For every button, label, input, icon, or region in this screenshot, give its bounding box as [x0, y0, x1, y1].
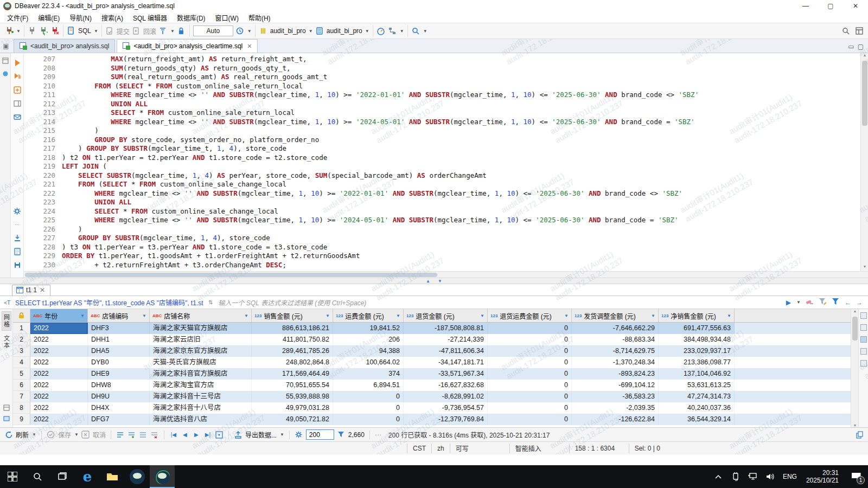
row-number[interactable]: 5 — [13, 368, 30, 380]
table-cell[interactable]: 海澜之家抖音官方旗舰店 — [150, 368, 252, 380]
column-header[interactable]: 123运费金额 (元)▼ — [333, 309, 404, 322]
code-line[interactable]: SELECT SUBSTR(mgclear_time, 1, 4) AS per… — [62, 171, 860, 181]
results-tab-close-icon[interactable]: ✕ — [40, 286, 45, 294]
table-cell[interactable]: -7,646,662.29 — [572, 323, 659, 334]
table-cell[interactable]: 天猫-英氏官方旗舰店 — [150, 357, 252, 368]
aggregate-panel-icon[interactable] — [860, 360, 867, 367]
perspective-icon[interactable] — [854, 27, 864, 36]
grid-corner-cell[interactable] — [13, 309, 30, 322]
table-cell[interactable]: 2022 — [30, 357, 88, 368]
task-view-icon[interactable] — [50, 465, 75, 488]
column-header[interactable]: 123销售金额 (元)▼ — [252, 309, 333, 322]
text-view-tab[interactable]: 文本 — [2, 333, 11, 351]
code-line[interactable]: SUM(return_goods_qty) AS return_goods_qt… — [62, 64, 860, 73]
cancel-label[interactable]: 取消 — [93, 430, 106, 439]
column-filter-arrow-icon[interactable]: ▼ — [244, 313, 248, 318]
table-cell[interactable]: 213,386,098.77 — [659, 357, 735, 368]
table-cell[interactable]: 49,979,031.28 — [252, 402, 333, 414]
menu-help[interactable]: 帮助(H) — [244, 12, 276, 23]
row-number[interactable]: 1 — [13, 323, 30, 334]
code-line[interactable]: SUM(real_return_goods_amt) AS real_retur… — [62, 73, 860, 82]
editor-horizontal-scrollbar[interactable] — [24, 271, 868, 278]
table-cell[interactable]: 0 — [488, 345, 572, 357]
commit-label[interactable]: 提交 — [117, 27, 130, 36]
taskbar-clock[interactable]: 20:31 2025/10/21 — [801, 469, 844, 484]
delete-row-icon[interactable] — [150, 431, 159, 439]
copy-panel-icon[interactable] — [855, 431, 864, 439]
table-cell[interactable]: 2022 — [30, 368, 88, 380]
column-header[interactable]: ABC店铺编码▼ — [88, 309, 150, 322]
export-result-icon[interactable] — [13, 234, 22, 242]
table-cell[interactable]: 2022 — [30, 391, 88, 402]
quick-search-icon[interactable] — [841, 27, 850, 36]
table-cell[interactable]: 海澜之家天猫官方旗舰店 — [150, 323, 252, 334]
code-line[interactable]: ) t2 ON t1.perYear = t2.perYear AND t1.s… — [62, 153, 860, 163]
column-header[interactable]: ABC店铺名称▼ — [150, 309, 252, 322]
table-cell[interactable]: 384,498,934.48 — [659, 334, 735, 345]
database-selector[interactable]: audit_bi_pro — [270, 27, 306, 35]
sql-editor-dropdown[interactable]: ▼ — [94, 29, 98, 34]
save-dropdown[interactable]: ▼ — [74, 432, 79, 437]
table-cell[interactable]: 2022 — [30, 380, 88, 391]
table-cell[interactable]: -699,104.12 — [572, 380, 659, 391]
code-line[interactable]: WHERE mgclear_time <> '' AND SUBSTR(mgcl… — [62, 189, 860, 198]
table-cell[interactable]: 0 — [488, 391, 572, 402]
code-line[interactable]: ) — [62, 126, 860, 136]
more-dots-icon[interactable]: ⋯ — [13, 220, 22, 229]
cancel-icon[interactable] — [81, 431, 90, 439]
table-cell[interactable]: -34,147,181.71 — [404, 357, 488, 368]
table-cell[interactable]: 411,801,750.82 — [252, 334, 333, 345]
usb-device-icon[interactable] — [727, 465, 744, 488]
menu-database[interactable]: 数据库(D) — [172, 12, 210, 23]
editor-results-splitter[interactable]: ▲ ▼ — [0, 278, 868, 284]
table-cell[interactable]: -36,583.23 — [572, 391, 659, 402]
table-cell[interactable]: 0 — [488, 357, 572, 368]
menu-sql-editor[interactable]: SQL 编辑器 — [128, 12, 172, 23]
table-cell[interactable]: 2022 — [30, 323, 88, 334]
table-cell[interactable]: 206 — [333, 334, 404, 345]
execute-script-icon[interactable] — [13, 72, 22, 81]
refresh-dropdown[interactable]: ▼ — [32, 432, 36, 437]
next-row-icon[interactable]: ▶ — [192, 432, 201, 438]
settings-gear-icon[interactable] — [13, 207, 22, 215]
new-connection-dropdown[interactable]: ▼ — [16, 29, 21, 34]
maximize-button[interactable]: ▢ — [818, 0, 843, 12]
table-cell[interactable]: DHE9 — [88, 368, 150, 380]
column-header[interactable]: 123发货调整金额 (元)▼ — [572, 309, 659, 322]
edit-filter-icon[interactable] — [819, 298, 827, 307]
code-line[interactable]: + t2.returnFreightAmt + t3.orderChangeAm… — [62, 261, 860, 270]
tab-close-icon[interactable]: ✕ — [247, 43, 252, 50]
column-filter-arrow-icon[interactable]: ▼ — [80, 313, 85, 318]
erase-filter-icon[interactable] — [806, 298, 814, 307]
column-header[interactable]: 123退货运费金额 (元)▼ — [488, 309, 572, 322]
scroll-down-icon[interactable]: ▼ — [861, 265, 868, 271]
taskbar-search-icon[interactable] — [25, 465, 50, 488]
table-cell[interactable]: 55,939,888.98 — [252, 391, 333, 402]
table-cell[interactable]: 海澜优选抖音八店 — [150, 414, 252, 425]
save-label[interactable]: 保存 — [58, 430, 71, 439]
table-cell[interactable]: 2022 — [30, 402, 88, 414]
table-cell[interactable]: 374 — [333, 368, 404, 380]
sql-editor-icon[interactable] — [67, 27, 76, 36]
table-cell[interactable]: 53,631,613.25 — [659, 380, 735, 391]
scroll-thumb[interactable] — [862, 61, 867, 126]
table-cell[interactable]: -88,683.34 — [572, 334, 659, 345]
table-cell[interactable]: -8,628,991.02 — [404, 391, 488, 402]
column-filter-arrow-icon[interactable]: ▼ — [727, 313, 731, 318]
table-cell[interactable]: 2022 — [30, 345, 88, 357]
transaction-dropdown[interactable]: ▼ — [170, 29, 175, 34]
column-filter-arrow-icon[interactable]: ▼ — [396, 313, 400, 318]
table-cell[interactable]: 0 — [333, 391, 404, 402]
filter-query-text[interactable]: SELECT t1.perYear AS "年份", t1.store_code… — [15, 298, 203, 307]
grid-scroll-up-icon[interactable]: ▲ — [851, 309, 859, 313]
table-cell[interactable]: 40,240,037.36 — [659, 402, 735, 414]
dbeaver-taskbar-icon[interactable] — [150, 465, 175, 488]
table-cell[interactable]: DHH1 — [88, 334, 150, 345]
tab-analysis-sql[interactable]: <audit_bi_pro> analysis.sql — [14, 39, 115, 53]
code-line[interactable]: FROM (SELECT * FROM custom_online_sale_c… — [62, 180, 860, 189]
grid-scroll-down-icon[interactable]: ▼ — [851, 423, 859, 427]
edge-browser-icon[interactable]: e — [75, 465, 100, 488]
column-filter-arrow-icon[interactable]: ▼ — [564, 313, 569, 318]
column-header[interactable]: ABC年份▼ — [30, 309, 88, 322]
table-cell[interactable]: 171,569,464.49 — [252, 368, 333, 380]
